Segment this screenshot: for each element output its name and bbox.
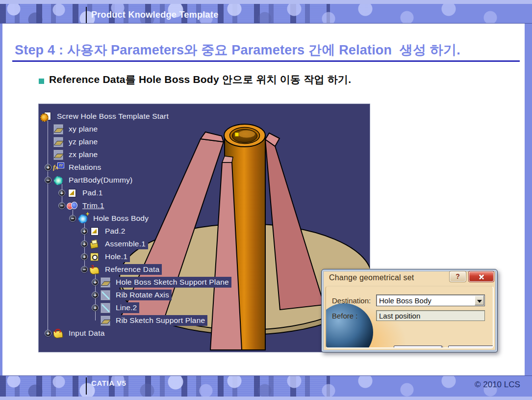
header-title: Product Knowledge Template — [91, 10, 219, 20]
tree-item[interactable]: +Input Data — [39, 327, 370, 340]
plane-box-icon — [101, 277, 110, 288]
hole-boss-body-icon — [78, 213, 88, 224]
tree-item[interactable]: −Hole Boss Body — [39, 212, 370, 225]
tree-item-label[interactable]: Rib Sketch Support Plane — [113, 315, 207, 326]
relations-icon — [53, 162, 63, 173]
expand-plus-icon[interactable]: + — [81, 240, 88, 247]
tree-item[interactable]: −Reference Data — [39, 263, 370, 276]
tree-item[interactable]: +Line.2 — [39, 301, 370, 314]
tree-item-label[interactable]: Hole.1 — [102, 251, 130, 262]
right-border-strip — [525, 24, 532, 375]
help-button[interactable]: ? — [450, 271, 466, 282]
input-data-icon — [53, 328, 63, 339]
tree-item-label[interactable]: Screw Hole Boss Template Start — [54, 111, 171, 122]
catia-3d-viewport[interactable]: Screw Hole Boss Template Startxy planeyz… — [38, 104, 370, 352]
tree-item-label[interactable]: Pad.1 — [80, 187, 105, 198]
copyright-text: © 2010 LCS — [475, 380, 520, 390]
tree-item-label[interactable]: Rib Rotate Axis — [113, 290, 172, 300]
expand-plus-icon[interactable]: + — [92, 279, 99, 286]
tree-item[interactable]: −PartBody(Dummy) — [39, 174, 370, 187]
tree-item[interactable]: +Hole.1 — [39, 250, 370, 263]
tree-item-label[interactable]: Assemble.1 — [102, 239, 148, 249]
dialog-title[interactable]: Change geometrical set — [329, 273, 414, 282]
tree-item-label[interactable]: zx plane — [66, 149, 100, 160]
tree-item-label[interactable]: Hole Boss Body — [91, 213, 151, 224]
left-border-strip — [0, 24, 2, 375]
tree-item-label[interactable]: Input Data — [66, 328, 107, 339]
plane-box-icon — [53, 124, 63, 134]
before-field[interactable]: Last position — [376, 310, 485, 321]
header-top-strip — [0, 0, 532, 4]
expand-plus-icon[interactable]: + — [92, 292, 99, 298]
tree-item-label[interactable]: Relations — [66, 162, 103, 173]
pad-icon — [90, 226, 100, 237]
destination-label: Destination: — [332, 296, 376, 305]
tree-item[interactable]: +Hole Boss Sketch Support Plane — [39, 276, 370, 289]
before-label: Before : — [332, 312, 376, 320]
tree-item-label[interactable]: xy plane — [66, 124, 100, 134]
change-geometrical-set-dialog[interactable]: Change geometrical set ? Destination: Ho… — [321, 269, 498, 352]
hole-icon — [90, 252, 100, 262]
tree-item[interactable]: zx plane — [39, 148, 370, 161]
tree-item[interactable]: +Relations — [39, 161, 370, 174]
page-title: Step 4 : 사용자 Parameters와 중요 Parameters 간… — [15, 41, 520, 59]
close-button[interactable] — [469, 271, 494, 282]
plane-box-icon — [101, 316, 110, 326]
line-box-icon — [101, 290, 110, 300]
expand-plus-icon[interactable]: + — [92, 304, 99, 311]
assemble-icon — [90, 239, 100, 249]
title-underline-rule — [12, 60, 520, 62]
tree-item-label[interactable]: Hole Boss Sketch Support Plane — [113, 277, 231, 288]
collapse-minus-icon[interactable]: − — [45, 177, 51, 184]
tree-item[interactable]: xy plane — [39, 123, 370, 135]
footer-bottom-strip — [0, 397, 532, 400]
ok-button[interactable]: OK — [394, 346, 442, 348]
cancel-button[interactable]: Cancel — [448, 346, 494, 348]
tree-item[interactable]: Rib Sketch Support Plane — [39, 314, 370, 327]
expand-plus-icon[interactable]: + — [45, 164, 51, 171]
spec-tree[interactable]: Screw Hole Boss Template Startxy planeyz… — [39, 104, 370, 340]
footer-app-label: CATIA V5 — [91, 379, 126, 387]
expander-spacer — [45, 151, 51, 158]
tree-item-label[interactable]: Trim.1 — [80, 200, 107, 211]
bullet-marker — [39, 79, 44, 84]
tree-item-label[interactable]: Reference Data — [102, 264, 162, 275]
chevron-down-icon[interactable] — [475, 295, 484, 305]
tree-item[interactable]: +Assemble.1 — [39, 238, 370, 250]
trim-icon — [67, 201, 77, 211]
expander-spacer — [45, 126, 51, 133]
header-band — [0, 4, 532, 24]
header-divider-line — [86, 7, 87, 23]
tree-item-label[interactable]: PartBody(Dummy) — [66, 175, 135, 186]
collapse-minus-icon[interactable]: − — [58, 202, 65, 209]
tree-item[interactable]: +Pad.1 — [39, 187, 370, 199]
tree-item-label[interactable]: Pad.2 — [102, 226, 128, 237]
collapse-minus-icon[interactable]: − — [81, 266, 88, 273]
tree-item[interactable]: +Pad.2 — [39, 225, 370, 238]
reference-data-icon — [90, 265, 100, 275]
expand-plus-icon[interactable]: + — [58, 189, 65, 196]
footer-band-dots — [0, 376, 532, 397]
destination-combobox[interactable]: Hole Boss Body — [376, 294, 485, 306]
partbody-icon — [53, 175, 63, 186]
tree-item[interactable]: yz plane — [39, 135, 370, 148]
plane-box-icon — [53, 137, 63, 147]
tree-item-label[interactable]: yz plane — [66, 136, 100, 147]
part-root-icon — [42, 111, 51, 122]
header-band-dots — [0, 4, 532, 23]
destination-value: Hole Boss Body — [377, 295, 484, 305]
expander-spacer — [92, 317, 99, 324]
expander-spacer — [45, 138, 51, 145]
expand-plus-icon[interactable]: + — [45, 330, 51, 337]
footer-divider-line — [86, 377, 87, 395]
collapse-minus-icon[interactable]: − — [69, 215, 76, 222]
expand-plus-icon[interactable]: + — [81, 228, 88, 235]
pad-icon — [67, 188, 77, 198]
tree-item[interactable]: Screw Hole Boss Template Start — [39, 110, 370, 123]
tree-item-label[interactable]: Line.2 — [113, 302, 139, 313]
footer-band — [0, 375, 532, 397]
tree-item[interactable]: +Rib Rotate Axis — [39, 289, 370, 301]
close-icon — [479, 274, 484, 280]
expand-plus-icon[interactable]: + — [81, 253, 88, 260]
plane-box-icon — [53, 150, 63, 160]
